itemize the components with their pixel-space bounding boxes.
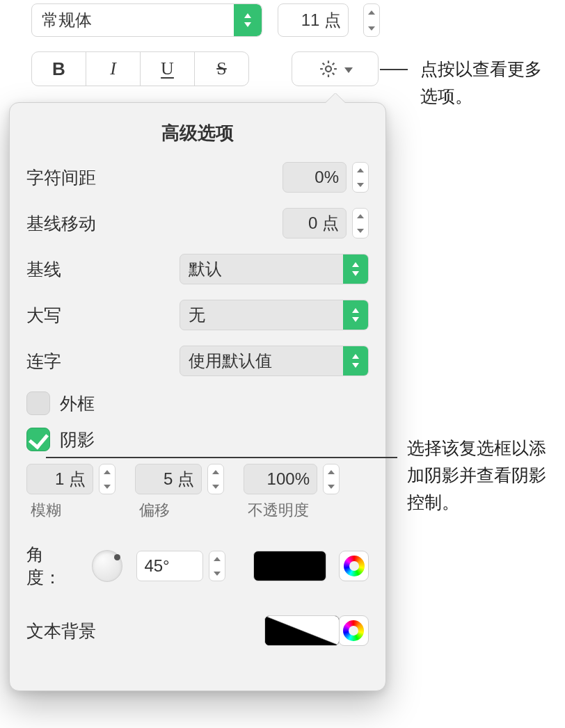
char-spacing-field[interactable]: 0% bbox=[282, 162, 347, 193]
shadow-blur-label: 模糊 bbox=[26, 500, 116, 521]
stepper-down-icon[interactable] bbox=[324, 479, 339, 494]
stepper-up-icon[interactable] bbox=[353, 163, 368, 177]
outline-label: 外框 bbox=[60, 392, 95, 415]
char-spacing-label: 字符间距 bbox=[26, 166, 282, 189]
capitalization-value: 无 bbox=[180, 304, 343, 326]
shadow-opacity-label: 不透明度 bbox=[244, 500, 340, 521]
shadow-opacity-stepper[interactable] bbox=[323, 464, 340, 494]
shadow-blur-field[interactable]: 1 点 bbox=[26, 464, 93, 494]
select-caret-icon bbox=[343, 254, 368, 284]
italic-button[interactable]: I bbox=[86, 52, 141, 86]
text-bg-color-well[interactable] bbox=[264, 615, 340, 646]
char-spacing-stepper[interactable] bbox=[352, 162, 369, 193]
ligatures-select[interactable]: 使用默认值 bbox=[180, 346, 369, 376]
gear-icon bbox=[318, 58, 339, 79]
stepper-down-icon[interactable] bbox=[100, 479, 115, 494]
stepper-up-icon[interactable] bbox=[100, 464, 115, 479]
font-style-caret bbox=[234, 4, 262, 36]
ligatures-value: 使用默认值 bbox=[180, 350, 343, 372]
bold-button[interactable]: B bbox=[32, 52, 86, 86]
gear-callout-text: 点按以查看更多选项。 bbox=[420, 56, 552, 110]
stepper-down-icon[interactable] bbox=[353, 223, 368, 238]
shadow-angle-stepper[interactable] bbox=[209, 551, 225, 581]
select-caret-icon bbox=[343, 346, 368, 375]
shadow-color-well[interactable] bbox=[253, 551, 326, 581]
chevron-down-icon bbox=[344, 67, 353, 73]
text-style-segmented: B I U S bbox=[31, 51, 249, 86]
callout-leader-line bbox=[380, 69, 408, 70]
shadow-color-picker-button[interactable] bbox=[339, 551, 369, 581]
shadow-opacity-field[interactable]: 100% bbox=[244, 464, 317, 494]
stepper-down-icon[interactable] bbox=[209, 566, 225, 581]
shadow-label: 阴影 bbox=[60, 428, 95, 451]
font-size-field[interactable]: 11 点 bbox=[278, 3, 349, 37]
stepper-down-icon[interactable] bbox=[353, 177, 368, 192]
select-caret-icon bbox=[343, 300, 368, 330]
shadow-blur-stepper[interactable] bbox=[99, 464, 116, 494]
shadow-offset-label: 偏移 bbox=[135, 500, 224, 521]
color-wheel-icon bbox=[343, 620, 364, 641]
shadow-angle-dial[interactable] bbox=[92, 550, 123, 582]
outline-checkbox[interactable] bbox=[26, 391, 50, 415]
font-style-value: 常规体 bbox=[32, 9, 234, 31]
stepper-up-icon[interactable] bbox=[364, 4, 379, 20]
stepper-down-icon[interactable] bbox=[208, 479, 223, 494]
strikethrough-button[interactable]: S bbox=[195, 52, 248, 86]
stepper-up-icon[interactable] bbox=[208, 464, 223, 479]
capitalization-select[interactable]: 无 bbox=[180, 300, 369, 330]
popover-title: 高级选项 bbox=[10, 103, 385, 162]
underline-button[interactable]: U bbox=[141, 52, 195, 86]
baseline-value: 默认 bbox=[180, 258, 343, 280]
font-size-stepper[interactable] bbox=[363, 3, 380, 37]
shadow-checkbox[interactable] bbox=[26, 428, 50, 451]
stepper-up-icon[interactable] bbox=[324, 464, 339, 479]
advanced-options-button[interactable] bbox=[292, 51, 379, 86]
text-bg-color-picker-button[interactable] bbox=[338, 615, 369, 646]
shadow-offset-stepper[interactable] bbox=[207, 464, 224, 494]
baseline-shift-label: 基线移动 bbox=[26, 212, 282, 235]
stepper-down-icon[interactable] bbox=[364, 20, 379, 36]
stepper-up-icon[interactable] bbox=[353, 209, 368, 223]
svg-point-0 bbox=[326, 66, 331, 72]
baseline-shift-field[interactable]: 0 点 bbox=[282, 208, 347, 238]
popover-arrow-icon bbox=[326, 93, 345, 103]
font-size-value: 11 点 bbox=[301, 9, 341, 31]
color-wheel-icon bbox=[344, 556, 365, 576]
ligatures-label: 连字 bbox=[26, 350, 180, 373]
shadow-callout-text: 选择该复选框以添加阴影并查看阴影控制。 bbox=[407, 435, 557, 515]
shadow-offset-field[interactable]: 5 点 bbox=[135, 464, 202, 494]
baseline-shift-stepper[interactable] bbox=[352, 208, 369, 238]
capitalization-label: 大写 bbox=[26, 304, 180, 327]
advanced-options-popover: 高级选项 字符间距 0% 基线移动 0 点 基线 bbox=[9, 102, 386, 691]
baseline-label: 基线 bbox=[26, 258, 180, 281]
callout-leader-line bbox=[46, 457, 397, 458]
shadow-angle-label: 角度： bbox=[26, 543, 78, 589]
text-bg-label: 文本背景 bbox=[26, 620, 264, 642]
font-style-select[interactable]: 常规体 bbox=[31, 3, 262, 37]
stepper-up-icon[interactable] bbox=[209, 551, 225, 566]
shadow-angle-field[interactable]: 45° bbox=[136, 551, 203, 581]
baseline-select[interactable]: 默认 bbox=[180, 254, 369, 284]
